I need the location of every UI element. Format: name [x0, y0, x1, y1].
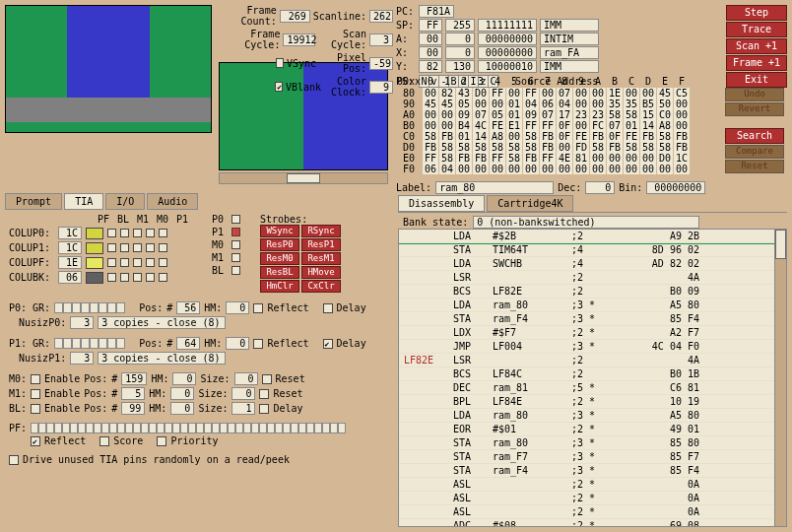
exit-button[interactable]: Exit [726, 72, 787, 88]
frame-cycle: 19912 [283, 33, 315, 46]
frame-plus-button[interactable]: Frame +1 [726, 55, 787, 71]
nusiz1-b[interactable]: 3 copies - close (8) [98, 352, 226, 365]
tab-audio[interactable]: Audio [147, 193, 198, 210]
disassembly-row[interactable]: LDAram_80;3 *A5 80 [399, 409, 786, 423]
nusiz0-a[interactable]: 3 [70, 316, 94, 329]
sp-hex[interactable]: FF [419, 19, 442, 32]
trace-button[interactable]: Trace [726, 22, 787, 37]
dump-row: C058FB0114A80058FB0FFEFB0FFEFB58FB [396, 131, 721, 142]
p0-delay-cb[interactable] [323, 303, 333, 313]
revert-button[interactable]: Revert [725, 102, 784, 116]
bin-field[interactable]: 00000000 [646, 181, 705, 194]
m0-enable[interactable] [31, 374, 40, 384]
scan-cycle: 3 [369, 33, 393, 46]
p1-reflect-cb[interactable] [253, 339, 263, 349]
game-screen [5, 5, 212, 133]
bl-delay[interactable] [259, 404, 269, 414]
tab-disassembly[interactable]: Disassembly [398, 195, 485, 212]
disassembly-row[interactable]: LDASWCHB;4AD 82 02 [399, 257, 786, 271]
bl-enable[interactable] [31, 404, 40, 414]
disassembly-row[interactable]: BCSLF84C;2B0 1B [399, 367, 786, 381]
p0-reflect-cb[interactable] [253, 303, 263, 313]
nusiz0-b[interactable]: 3 copies - close (8) [98, 316, 226, 329]
disassembly-scrollbar[interactable] [774, 230, 786, 526]
m0-reset[interactable] [262, 374, 272, 384]
disassembly-row[interactable]: STAram_F4;3 *85 F4 [399, 312, 786, 326]
disassembly-row[interactable]: STAram_80;3 *85 80 [399, 436, 786, 450]
strobe-resp1[interactable]: ResP1 [301, 238, 341, 251]
disassembly-row[interactable]: STAram_F7;3 *85 F7 [399, 450, 786, 464]
strobe-resbl[interactable]: ResBL [260, 266, 299, 279]
m1-reset[interactable] [259, 389, 269, 399]
step-button[interactable]: Step [726, 5, 787, 21]
disassembly-row[interactable]: JMPLF004;3 *4C 04 F0 [399, 340, 786, 354]
disassembly-row[interactable]: STATIM64T;48D 96 02 [399, 243, 786, 257]
disassembly-row[interactable]: LSR;24A [399, 271, 786, 285]
drive-tia-cb[interactable] [9, 455, 19, 465]
tab-tia[interactable]: TIA [64, 193, 103, 210]
strobe-hmclr[interactable]: HmClr [260, 280, 299, 293]
strobe-hmove[interactable]: HMove [301, 266, 341, 279]
a-hex[interactable]: 00 [419, 33, 442, 45]
dump-row: D0FB585858585858FB00FD58FB585858FB [396, 142, 721, 153]
pc-field[interactable]: F81A [419, 5, 454, 18]
disassembly-row[interactable]: LDAram_80;3 *A5 80 [399, 299, 786, 312]
frame-count: 269 [280, 10, 310, 23]
control-buttons: Step Trace Scan +1 Frame +1 Exit [726, 5, 787, 88]
disassembly-row[interactable]: EOR#$01;2 *49 01 [399, 423, 786, 436]
disassembly-row[interactable]: ASL;2 *0A [399, 492, 786, 505]
disassembly-row[interactable]: ADC#$08;2 *69 08 [399, 519, 786, 527]
dump-row: 9045450500000104060400003535B55000 [396, 99, 721, 109]
p0-hm[interactable]: 0 [226, 301, 249, 314]
pf-score[interactable] [99, 436, 109, 446]
p0-pos[interactable]: 56 [176, 301, 200, 314]
pixel-pos: -59 [369, 57, 393, 70]
p1-delay-cb[interactable] [323, 339, 333, 349]
dump-row: E0FF58FBFBFF58FBFF4E8100000000D01C [396, 153, 721, 164]
preview-hscroll[interactable] [219, 172, 388, 184]
p1-pos[interactable]: 64 [176, 337, 200, 350]
disassembly-row[interactable]: ASL;2 *0A [399, 505, 786, 519]
disassembly-row[interactable]: LDA#$2B;2A9 2B [399, 230, 786, 243]
strobe-cxclr[interactable]: CxClr [301, 280, 341, 293]
vsync-checkbox[interactable] [276, 58, 284, 68]
y-hex[interactable]: 82 [419, 60, 442, 73]
dump-row: F006040000000000000000000000000000 [396, 164, 721, 174]
strobe-wsync[interactable]: WSync [260, 225, 299, 237]
strobe-resm0[interactable]: ResM0 [260, 252, 299, 265]
pf-priority[interactable] [157, 436, 166, 446]
tab-io[interactable]: I/O [105, 193, 145, 210]
strobe-resm1[interactable]: ResM1 [301, 252, 341, 265]
tab-prompt[interactable]: Prompt [5, 193, 62, 210]
label-field[interactable]: ram_80 [435, 181, 554, 194]
tab-cartridge[interactable]: Cartridge4K [487, 195, 573, 212]
dump-row: A00000090705010907172323585815C000 [396, 109, 721, 120]
tia-panel: PFBLM1M0P1 COLUP0:1CCOLUP1:1CCOLUPF:1ECO… [5, 210, 394, 525]
disassembly-row[interactable]: BCSLF82E;2B0 09 [399, 285, 786, 299]
color-clock: 9 [369, 81, 393, 94]
nusiz1-a[interactable]: 3 [70, 352, 94, 365]
disassembly-row[interactable]: LDX#$F7;2 *A2 F7 [399, 326, 786, 340]
search-button[interactable]: Search [725, 128, 784, 144]
compare-button[interactable]: Compare [725, 145, 784, 159]
x-hex[interactable]: 00 [419, 46, 442, 59]
vblank-checkbox[interactable] [275, 82, 283, 92]
bank-state: 0 (non-bankswitched) [473, 216, 699, 229]
p1-hm[interactable]: 0 [226, 337, 249, 350]
reset-button[interactable]: Reset [725, 160, 784, 173]
disassembly-row[interactable]: ASL;2 *0A [399, 478, 786, 492]
scan-plus-button[interactable]: Scan +1 [726, 38, 787, 54]
undo-button[interactable]: Undo [725, 88, 784, 101]
strobe-rsync[interactable]: RSync [301, 225, 341, 237]
disassembly-row[interactable]: BPLLF84E;2 *10 19 [399, 395, 786, 409]
disassembly-row[interactable]: STAram_F4;3 *85 F4 [399, 464, 786, 478]
disassembly-row[interactable]: DECram_81;5 *C6 81 [399, 381, 786, 395]
dec-field[interactable]: 0 [585, 181, 615, 194]
dump-row: B00000B44CFEE1FFFF0F00FC070114A800 [396, 120, 721, 131]
strobe-resp0[interactable]: ResP0 [260, 238, 299, 251]
pf-reflect[interactable] [31, 436, 40, 446]
scanline: 262 [369, 10, 393, 23]
dump-row: 80008243D0FF00FF000700001E000045C5 [396, 88, 721, 99]
m1-enable[interactable] [31, 389, 40, 399]
disassembly-row[interactable]: LF82ELSR;24A [399, 354, 786, 367]
